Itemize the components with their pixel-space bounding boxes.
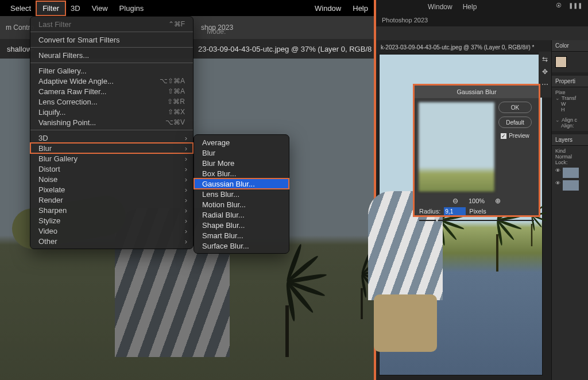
blur-more[interactable]: Blur More: [194, 158, 289, 168]
menu-help-r[interactable]: Help: [463, 3, 477, 11]
layers-blend[interactable]: Normal: [555, 154, 585, 160]
panel-color-header[interactable]: Color: [552, 40, 588, 52]
filter-sharpen[interactable]: Sharpen: [30, 205, 193, 215]
options-bar-right: [376, 26, 588, 40]
layers-lock: Lock:: [555, 160, 585, 165]
layer-vis-icon[interactable]: 👁: [555, 168, 560, 178]
radius-input[interactable]: [444, 207, 466, 215]
filter-pixelate[interactable]: Pixelate: [30, 184, 193, 195]
filter-other[interactable]: Other: [30, 236, 193, 246]
menu-filter[interactable]: Filter: [37, 2, 65, 15]
prop-w: W: [561, 101, 585, 107]
zoom-level: 100%: [469, 197, 485, 204]
panels: Color Properti Pixe Transf W H Align c A…: [551, 40, 588, 380]
tool-icon-2[interactable]: ✥: [542, 68, 548, 76]
panel-properties-header[interactable]: Properti: [552, 76, 588, 87]
menu-window[interactable]: Window: [309, 2, 347, 15]
left-screenshot: Select Filter 3D View Plugins Window Hel…: [0, 0, 376, 380]
doc-tab-right[interactable]: k-2023-03-09-04-43-05-utc.jpeg @ 37% (La…: [381, 44, 535, 51]
blur-radial[interactable]: Radial Blur...: [194, 210, 289, 220]
dialog-title: Gaussian Blur: [415, 86, 539, 98]
properties-align[interactable]: Align c: [555, 117, 585, 123]
filter-blur-gallery[interactable]: Blur Gallery: [30, 153, 193, 164]
blur-gaussian[interactable]: Gaussian Blur...: [194, 179, 289, 189]
layer-thumb[interactable]: [563, 168, 579, 178]
filter-camera-raw[interactable]: Camera Raw Filter...⇧⌘A: [30, 86, 193, 96]
gaussian-blur-dialog: Gaussian Blur OK Default ✓ Preview ⊖ 100…: [413, 84, 540, 217]
align-label: Align:: [561, 123, 585, 129]
blur-smart[interactable]: Smart Blur...: [194, 230, 289, 241]
filter-neural[interactable]: Neural Filters...: [30, 50, 193, 60]
filter-vanishing-point[interactable]: Vanishing Point...⌥⌘V: [30, 117, 193, 127]
radius-unit: Pixels: [469, 208, 486, 215]
filter-convert-smart[interactable]: Convert for Smart Filters: [30, 34, 193, 45]
battery-icon: ❚❚❚: [568, 2, 582, 9]
filter-blur[interactable]: Blur: [30, 143, 193, 153]
layers-kind[interactable]: Kind: [555, 148, 585, 154]
menu-window-r[interactable]: Window: [428, 3, 452, 11]
layer-thumb-2[interactable]: [563, 180, 579, 191]
filter-3d[interactable]: 3D: [30, 133, 193, 143]
menubar-right: Window Help ⦿ ❚❚❚: [376, 0, 588, 14]
color-swatch[interactable]: [555, 56, 567, 68]
filter-menu: Last Filter⌃⌘F Convert for Smart Filters…: [30, 16, 194, 249]
layer-vis-icon-2[interactable]: 👁: [555, 180, 560, 191]
filter-adaptive-wide-angle[interactable]: Adaptive Wide Angle...⌥⇧⌘A: [30, 76, 193, 86]
zoom-in-icon[interactable]: ⊕: [495, 197, 501, 205]
menu-select[interactable]: Select: [5, 2, 37, 15]
default-button[interactable]: Default: [498, 117, 532, 128]
zoom-out-icon[interactable]: ⊖: [452, 197, 458, 205]
filter-last[interactable]: Last Filter⌃⌘F: [30, 19, 193, 29]
blur-motion[interactable]: Motion Blur...: [194, 199, 289, 210]
toolstrip: ⇆ ✥ ⋯: [539, 52, 551, 98]
filter-liquify[interactable]: Liquify...⇧⌘X: [30, 107, 193, 117]
filter-render[interactable]: Render: [30, 195, 193, 205]
record-icon[interactable]: ⦿: [556, 2, 562, 9]
doc-tab[interactable]: 23-03-09-04-43-05-utc.jpeg @ 37% (Layer …: [198, 45, 372, 53]
panel-layers-header[interactable]: Layers: [552, 134, 588, 146]
preview-label: Preview: [509, 133, 529, 139]
blur-box[interactable]: Box Blur...: [194, 168, 289, 179]
properties-pixel: Pixe: [555, 90, 585, 95]
ok-button[interactable]: OK: [498, 102, 532, 113]
preview-checkbox[interactable]: ✓ Preview: [501, 133, 529, 139]
blur-average[interactable]: Average: [194, 137, 289, 148]
filter-stylize[interactable]: Stylize: [30, 215, 193, 226]
tool-icon-3[interactable]: ⋯: [541, 80, 548, 88]
dialog-preview[interactable]: [418, 102, 495, 192]
blur-lens[interactable]: Lens Blur...: [194, 189, 289, 199]
filter-distort[interactable]: Distort: [30, 164, 193, 174]
radius-slider[interactable]: [419, 216, 534, 224]
blur-shape[interactable]: Shape Blur...: [194, 220, 289, 230]
menu-3d[interactable]: 3D: [65, 2, 86, 15]
filter-video[interactable]: Video: [30, 226, 193, 236]
blur-surface[interactable]: Surface Blur...: [194, 241, 289, 251]
filter-noise[interactable]: Noise: [30, 174, 193, 184]
menu-plugins[interactable]: Plugins: [114, 2, 150, 15]
filter-lens-correction[interactable]: Lens Correction...⇧⌘R: [30, 96, 193, 107]
menubar-left: Select Filter 3D View Plugins Window Hel…: [0, 0, 374, 16]
blur-submenu: Average Blur Blur More Box Blur... Gauss…: [194, 134, 289, 254]
radius-label: Radius:: [419, 208, 440, 215]
menu-view[interactable]: View: [86, 2, 114, 15]
mode-label: Mode:: [207, 28, 226, 36]
menu-help[interactable]: Help: [347, 2, 374, 15]
filter-gallery[interactable]: Filter Gallery...: [30, 65, 193, 76]
properties-transform[interactable]: Transf: [555, 95, 585, 101]
tool-icon-1[interactable]: ⇆: [542, 55, 548, 63]
prop-h: H: [561, 107, 585, 113]
app-title-right: Photoshop 2023: [376, 14, 588, 26]
blur-blur[interactable]: Blur: [194, 148, 289, 158]
check-icon: ✓: [501, 133, 506, 139]
right-screenshot: Window Help ⦿ ❚❚❚ Photoshop 2023 k-2023-…: [376, 0, 588, 380]
